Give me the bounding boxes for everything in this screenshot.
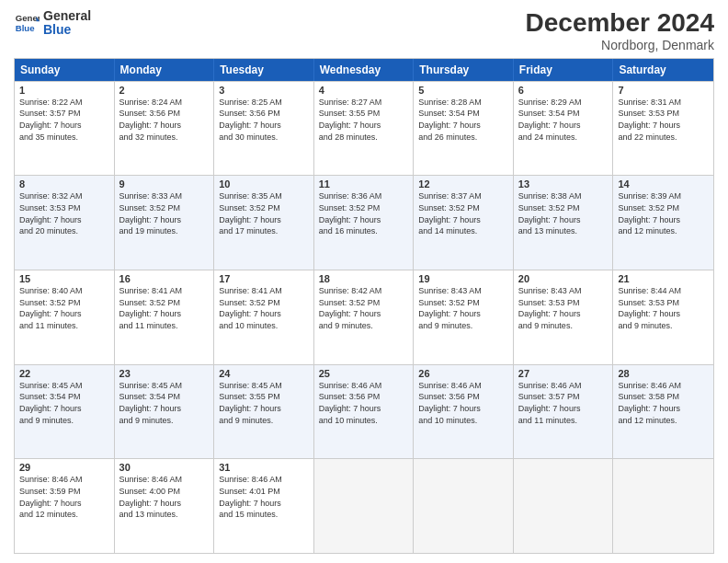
day-number: 16 [119, 273, 210, 284]
day-number: 22 [19, 368, 109, 379]
calendar-row-1: 1Sunrise: 8:22 AM Sunset: 3:57 PM Daylig… [15, 81, 713, 176]
day-number: 20 [518, 273, 609, 284]
day-cell-28: 28Sunrise: 8:46 AM Sunset: 3:58 PM Dayli… [613, 365, 713, 459]
day-number: 3 [219, 85, 309, 96]
day-number: 5 [418, 85, 508, 96]
header-day-saturday: Saturday [613, 59, 713, 81]
day-info: Sunrise: 8:45 AM Sunset: 3:54 PM Dayligh… [19, 380, 109, 426]
day-cell-5: 5Sunrise: 8:28 AM Sunset: 3:54 PM Daylig… [414, 82, 514, 176]
day-info: Sunrise: 8:25 AM Sunset: 3:56 PM Dayligh… [219, 97, 309, 143]
day-info: Sunrise: 8:28 AM Sunset: 3:54 PM Dayligh… [418, 97, 508, 143]
day-info: Sunrise: 8:45 AM Sunset: 3:54 PM Dayligh… [119, 380, 210, 426]
day-info: Sunrise: 8:37 AM Sunset: 3:52 PM Dayligh… [418, 190, 508, 236]
day-info: Sunrise: 8:33 AM Sunset: 3:52 PM Dayligh… [119, 190, 210, 236]
day-number: 9 [119, 178, 210, 190]
day-number: 23 [119, 368, 210, 379]
day-number: 7 [618, 85, 709, 96]
day-cell-21: 21Sunrise: 8:44 AM Sunset: 3:53 PM Dayli… [613, 270, 713, 364]
day-number: 31 [219, 462, 309, 473]
empty-cell [514, 459, 614, 553]
day-number: 14 [618, 178, 709, 190]
calendar-row-2: 8Sunrise: 8:32 AM Sunset: 3:53 PM Daylig… [15, 175, 713, 270]
day-info: Sunrise: 8:46 AM Sunset: 3:56 PM Dayligh… [319, 380, 409, 426]
day-number: 24 [219, 368, 309, 379]
day-info: Sunrise: 8:39 AM Sunset: 3:52 PM Dayligh… [618, 190, 709, 236]
day-number: 4 [319, 85, 409, 96]
header-day-thursday: Thursday [414, 59, 514, 81]
calendar-row-5: 29Sunrise: 8:46 AM Sunset: 3:59 PM Dayli… [15, 458, 713, 553]
day-cell-17: 17Sunrise: 8:41 AM Sunset: 3:52 PM Dayli… [214, 270, 314, 364]
logo-text: GeneralBlue [43, 9, 91, 38]
day-number: 1 [19, 85, 109, 96]
day-number: 26 [418, 368, 508, 379]
day-cell-18: 18Sunrise: 8:42 AM Sunset: 3:52 PM Dayli… [314, 270, 415, 364]
day-number: 19 [418, 273, 508, 284]
svg-text:Blue: Blue [16, 23, 35, 33]
day-info: Sunrise: 8:45 AM Sunset: 3:55 PM Dayligh… [219, 380, 309, 426]
header-day-tuesday: Tuesday [214, 59, 314, 81]
subtitle: Nordborg, Denmark [526, 38, 714, 52]
day-cell-27: 27Sunrise: 8:46 AM Sunset: 3:57 PM Dayli… [514, 365, 614, 459]
day-info: Sunrise: 8:46 AM Sunset: 3:59 PM Dayligh… [19, 474, 109, 520]
calendar-header: SundayMondayTuesdayWednesdayThursdayFrid… [15, 59, 713, 81]
day-number: 13 [518, 178, 609, 190]
day-cell-1: 1Sunrise: 8:22 AM Sunset: 3:57 PM Daylig… [15, 82, 115, 176]
page: General Blue GeneralBlue December 2024 N… [0, 0, 728, 563]
day-info: Sunrise: 8:27 AM Sunset: 3:55 PM Dayligh… [319, 97, 409, 143]
day-info: Sunrise: 8:41 AM Sunset: 3:52 PM Dayligh… [219, 285, 309, 331]
day-cell-19: 19Sunrise: 8:43 AM Sunset: 3:52 PM Dayli… [414, 270, 514, 364]
day-cell-11: 11Sunrise: 8:36 AM Sunset: 3:52 PM Dayli… [314, 176, 415, 270]
day-number: 6 [518, 85, 609, 96]
day-info: Sunrise: 8:22 AM Sunset: 3:57 PM Dayligh… [19, 97, 109, 143]
day-number: 30 [119, 462, 210, 473]
day-info: Sunrise: 8:31 AM Sunset: 3:53 PM Dayligh… [618, 97, 709, 143]
day-cell-13: 13Sunrise: 8:38 AM Sunset: 3:52 PM Dayli… [514, 176, 614, 270]
day-number: 28 [618, 368, 709, 379]
calendar-body: 1Sunrise: 8:22 AM Sunset: 3:57 PM Daylig… [15, 81, 713, 553]
day-number: 29 [19, 462, 109, 473]
day-info: Sunrise: 8:46 AM Sunset: 4:00 PM Dayligh… [119, 474, 210, 520]
day-info: Sunrise: 8:36 AM Sunset: 3:52 PM Dayligh… [319, 190, 409, 236]
day-info: Sunrise: 8:43 AM Sunset: 3:53 PM Dayligh… [518, 285, 609, 331]
day-cell-23: 23Sunrise: 8:45 AM Sunset: 3:54 PM Dayli… [115, 365, 215, 459]
day-number: 8 [19, 178, 109, 190]
day-cell-25: 25Sunrise: 8:46 AM Sunset: 3:56 PM Dayli… [314, 365, 415, 459]
header-day-monday: Monday [115, 59, 215, 81]
header-day-wednesday: Wednesday [314, 59, 415, 81]
day-cell-14: 14Sunrise: 8:39 AM Sunset: 3:52 PM Dayli… [613, 176, 713, 270]
calendar: SundayMondayTuesdayWednesdayThursdayFrid… [14, 58, 714, 554]
day-info: Sunrise: 8:46 AM Sunset: 3:56 PM Dayligh… [418, 380, 508, 426]
day-cell-8: 8Sunrise: 8:32 AM Sunset: 3:53 PM Daylig… [15, 176, 115, 270]
day-info: Sunrise: 8:46 AM Sunset: 4:01 PM Dayligh… [219, 474, 309, 520]
day-info: Sunrise: 8:40 AM Sunset: 3:52 PM Dayligh… [19, 285, 109, 331]
empty-cell [314, 459, 415, 553]
title-area: December 2024 Nordborg, Denmark [526, 9, 714, 52]
day-info: Sunrise: 8:24 AM Sunset: 3:56 PM Dayligh… [119, 97, 210, 143]
main-title: December 2024 [526, 9, 714, 38]
day-cell-12: 12Sunrise: 8:37 AM Sunset: 3:52 PM Dayli… [414, 176, 514, 270]
day-number: 27 [518, 368, 609, 379]
day-cell-31: 31Sunrise: 8:46 AM Sunset: 4:01 PM Dayli… [214, 459, 314, 553]
day-info: Sunrise: 8:38 AM Sunset: 3:52 PM Dayligh… [518, 190, 609, 236]
day-info: Sunrise: 8:43 AM Sunset: 3:52 PM Dayligh… [418, 285, 508, 331]
day-info: Sunrise: 8:29 AM Sunset: 3:54 PM Dayligh… [518, 97, 609, 143]
day-cell-30: 30Sunrise: 8:46 AM Sunset: 4:00 PM Dayli… [115, 459, 215, 553]
day-cell-16: 16Sunrise: 8:41 AM Sunset: 3:52 PM Dayli… [115, 270, 215, 364]
empty-cell [613, 459, 713, 553]
day-cell-10: 10Sunrise: 8:35 AM Sunset: 3:52 PM Dayli… [214, 176, 314, 270]
day-cell-7: 7Sunrise: 8:31 AM Sunset: 3:53 PM Daylig… [613, 82, 713, 176]
empty-cell [414, 459, 514, 553]
day-info: Sunrise: 8:46 AM Sunset: 3:57 PM Dayligh… [518, 380, 609, 426]
day-info: Sunrise: 8:42 AM Sunset: 3:52 PM Dayligh… [319, 285, 409, 331]
day-cell-2: 2Sunrise: 8:24 AM Sunset: 3:56 PM Daylig… [115, 82, 215, 176]
day-number: 21 [618, 273, 709, 284]
day-cell-3: 3Sunrise: 8:25 AM Sunset: 3:56 PM Daylig… [214, 82, 314, 176]
day-cell-15: 15Sunrise: 8:40 AM Sunset: 3:52 PM Dayli… [15, 270, 115, 364]
header-day-sunday: Sunday [15, 59, 115, 81]
svg-text:General: General [16, 14, 40, 24]
day-cell-4: 4Sunrise: 8:27 AM Sunset: 3:55 PM Daylig… [314, 82, 415, 176]
day-cell-26: 26Sunrise: 8:46 AM Sunset: 3:56 PM Dayli… [414, 365, 514, 459]
day-number: 18 [319, 273, 409, 284]
logo: General Blue GeneralBlue [14, 9, 91, 38]
day-cell-9: 9Sunrise: 8:33 AM Sunset: 3:52 PM Daylig… [115, 176, 215, 270]
